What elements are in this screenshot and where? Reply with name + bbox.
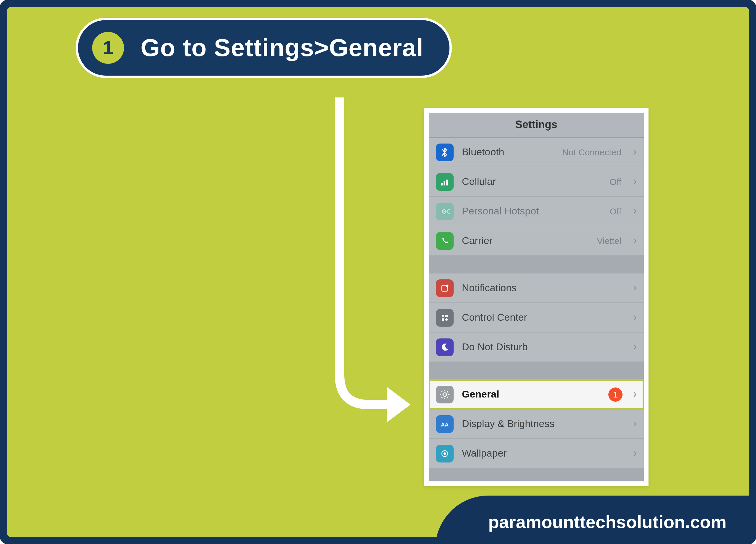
chevron-right-icon: › (633, 175, 637, 188)
tutorial-slide: 1 Go to Settings>General Settings Blueto… (0, 0, 756, 544)
cellular-icon (436, 173, 454, 190)
notification-badge: 1 (608, 387, 623, 401)
row-label: Control Center (462, 312, 625, 323)
brand-footer: paramounttechsolution.com (435, 496, 756, 544)
row-label: Do Not Disturb (462, 341, 625, 353)
group-separator (429, 362, 644, 380)
step-number-circle: 1 (92, 32, 124, 64)
row-do-not-disturb[interactable]: Do Not Disturb › (429, 333, 644, 362)
row-cellular[interactable]: Cellular Off › (429, 167, 644, 197)
svg-point-6 (443, 392, 447, 396)
row-value: Off (610, 206, 621, 216)
row-notifications[interactable]: Notifications › (429, 273, 644, 303)
notifications-icon (436, 279, 454, 297)
row-bluetooth[interactable]: Bluetooth Not Connected › (429, 138, 644, 167)
arrow-icon (328, 97, 422, 428)
row-label: Bluetooth (462, 146, 554, 158)
settings-screenshot: Settings Bluetooth Not Connected › Cellu… (424, 108, 649, 486)
settings-header: Settings (429, 113, 644, 138)
carrier-icon (436, 232, 454, 250)
chevron-right-icon: › (633, 311, 637, 324)
row-label: General (462, 388, 600, 400)
chevron-right-icon: › (633, 388, 637, 400)
moon-icon (436, 338, 454, 356)
bluetooth-icon (436, 143, 454, 161)
row-label: Cellular (462, 176, 602, 188)
settings-group-alerts: Notifications › Control Center › Do Not … (429, 273, 644, 362)
svg-point-5 (445, 318, 448, 320)
row-label: Carrier (462, 235, 589, 247)
svg-point-2 (442, 315, 444, 317)
settings-group-device: General 1 › AA Display & Brightness › Wa… (429, 380, 644, 468)
step-number: 1 (103, 37, 113, 59)
chevron-right-icon: › (633, 418, 637, 430)
brand-text: paramounttechsolution.com (488, 512, 726, 532)
svg-rect-4 (442, 318, 444, 320)
step-pill: 1 Go to Settings>General (76, 18, 452, 78)
row-personal-hotspot[interactable]: Personal Hotspot Off › (429, 197, 644, 226)
row-label: Display & Brightness (462, 418, 625, 430)
control-center-icon (436, 309, 454, 326)
svg-point-9 (444, 452, 446, 455)
settings-group-connectivity: Bluetooth Not Connected › Cellular Off › (429, 138, 644, 256)
row-value: Off (610, 177, 621, 187)
row-display-brightness[interactable]: AA Display & Brightness › (429, 409, 644, 439)
chevron-right-icon: › (633, 341, 637, 353)
row-control-center[interactable]: Control Center › (429, 303, 644, 333)
chevron-right-icon: › (633, 282, 637, 294)
hotspot-icon (436, 202, 454, 220)
step-title: Go to Settings>General (141, 34, 423, 62)
row-label: Wallpaper (462, 447, 625, 459)
chevron-right-icon: › (633, 205, 637, 217)
group-separator (429, 256, 644, 273)
svg-rect-3 (445, 315, 448, 317)
gear-icon (436, 385, 454, 403)
chevron-right-icon: › (633, 146, 637, 158)
display-icon: AA (436, 415, 454, 433)
wallpaper-icon (436, 444, 454, 462)
row-carrier[interactable]: Carrier Viettel › (429, 226, 644, 256)
row-label: Personal Hotspot (462, 205, 602, 217)
badge-count: 1 (613, 390, 618, 399)
chevron-right-icon: › (633, 234, 637, 247)
settings-title: Settings (515, 119, 557, 131)
row-wallpaper[interactable]: Wallpaper › (429, 439, 644, 468)
row-general[interactable]: General 1 › (429, 380, 644, 409)
row-value: Not Connected (562, 147, 621, 157)
chevron-right-icon: › (633, 447, 637, 460)
svg-text:AA: AA (441, 421, 449, 427)
settings-screen: Settings Bluetooth Not Connected › Cellu… (429, 113, 644, 481)
svg-point-1 (446, 284, 448, 287)
row-value: Viettel (597, 236, 621, 246)
row-label: Notifications (462, 282, 625, 294)
